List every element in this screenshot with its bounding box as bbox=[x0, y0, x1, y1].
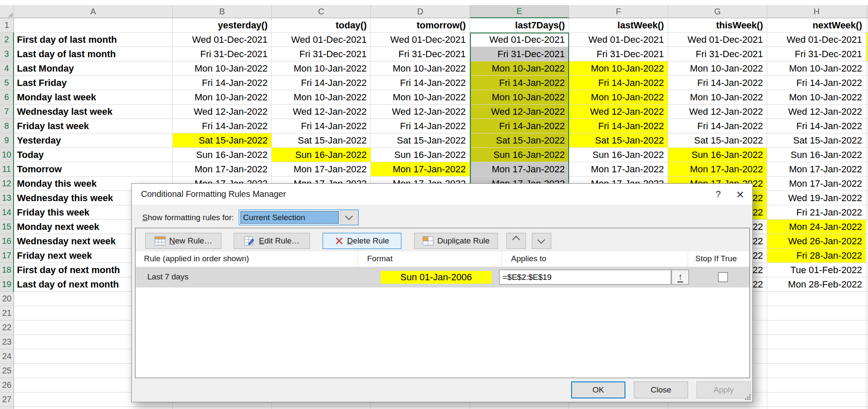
cell-E7[interactable]: Wed 12-Jan-2022 bbox=[470, 105, 569, 119]
cell-D4[interactable]: Mon 10-Jan-2022 bbox=[371, 61, 470, 76]
cell-D5[interactable]: Fri 14-Jan-2022 bbox=[371, 76, 470, 90]
cell-B11[interactable]: Mon 17-Jan-2022 bbox=[173, 162, 272, 177]
cell-H22[interactable] bbox=[767, 321, 866, 335]
row-header-3[interactable]: 3 bbox=[0, 47, 14, 61]
col-header-F[interactable]: F bbox=[569, 5, 668, 18]
cell-E4[interactable]: Mon 10-Jan-2022 bbox=[470, 61, 569, 76]
row-header-12[interactable]: 12 bbox=[0, 177, 14, 191]
row-header-16[interactable]: 16 bbox=[0, 234, 14, 249]
cell-H3[interactable]: Fri 31-Dec-2021 bbox=[767, 47, 866, 61]
cell-H6[interactable]: Mon 10-Jan-2022 bbox=[767, 90, 866, 105]
row-header-28[interactable] bbox=[0, 407, 14, 409]
cell-F8[interactable]: Fri 14-Jan-2022 bbox=[569, 119, 668, 133]
cell-G6[interactable]: Mon 10-Jan-2022 bbox=[668, 90, 767, 105]
row-header-10[interactable]: 10 bbox=[0, 148, 14, 162]
cell-G1[interactable]: thisWeek() bbox=[668, 18, 767, 33]
cell-G11[interactable]: Mon 17-Jan-2022 bbox=[668, 162, 767, 177]
cell-H23[interactable] bbox=[767, 335, 866, 349]
cell-A2[interactable]: First day of last month bbox=[14, 33, 173, 47]
cell-D2[interactable]: Wed 01-Dec-2021 bbox=[371, 33, 470, 47]
col-header-H[interactable]: H bbox=[767, 5, 866, 18]
cell-E3[interactable]: Fri 31-Dec-2021 bbox=[470, 47, 569, 61]
cell-H4[interactable]: Mon 10-Jan-2022 bbox=[767, 61, 866, 76]
cell-F2[interactable]: Wed 01-Dec-2021 bbox=[569, 33, 668, 47]
row-header-14[interactable]: 14 bbox=[0, 205, 14, 220]
cell-H11[interactable]: Mon 17-Jan-2022 bbox=[767, 162, 866, 177]
cell-G3[interactable]: Fri 31-Dec-2021 bbox=[668, 47, 767, 61]
cell-H13[interactable]: Wed 19-Jan-2022 bbox=[767, 191, 866, 205]
cell-D3[interactable]: Fri 31-Dec-2021 bbox=[371, 47, 470, 61]
cell-H5[interactable]: Fri 14-Jan-2022 bbox=[767, 76, 866, 90]
cell-B6[interactable]: Mon 10-Jan-2022 bbox=[173, 90, 272, 105]
edit-rule-button[interactable]: Edit Rule… bbox=[234, 233, 310, 249]
scope-combobox-dropdown-button[interactable] bbox=[340, 210, 358, 225]
cell-F5[interactable]: Fri 14-Jan-2022 bbox=[569, 76, 668, 90]
cell-E2[interactable]: Wed 01-Dec-2021 bbox=[470, 33, 569, 47]
help-icon[interactable]: ? bbox=[708, 187, 728, 202]
cell-F1[interactable]: lastWeek() bbox=[569, 18, 668, 33]
cell-H19[interactable]: Mon 28-Feb-2022 bbox=[767, 277, 866, 292]
cell-C10[interactable]: Sun 16-Jan-2022 bbox=[272, 148, 371, 162]
cell-H14[interactable]: Fri 21-Jan-2022 bbox=[767, 205, 866, 220]
cell-F11[interactable]: Mon 17-Jan-2022 bbox=[569, 162, 668, 177]
cell-C5[interactable]: Fri 14-Jan-2022 bbox=[272, 76, 371, 90]
cell-A7[interactable]: Wednesday last week bbox=[14, 105, 173, 119]
col-header-D[interactable]: D bbox=[371, 5, 470, 18]
cell-G10[interactable]: Sun 16-Jan-2022 bbox=[668, 148, 767, 162]
row-header-6[interactable]: 6 bbox=[0, 90, 14, 105]
cell-H1[interactable]: nextWeek() bbox=[767, 18, 866, 33]
row-header-11[interactable]: 11 bbox=[0, 162, 14, 177]
cell-D10[interactable]: Sun 16-Jan-2022 bbox=[371, 148, 470, 162]
cell-H17[interactable]: Fri 28-Jan-2022 bbox=[767, 249, 866, 263]
cell-F10[interactable]: Sun 16-Jan-2022 bbox=[569, 148, 668, 162]
cell-D28[interactable] bbox=[371, 407, 470, 409]
cell-E9[interactable]: Sat 15-Jan-2022 bbox=[470, 133, 569, 148]
cell-H21[interactable] bbox=[767, 306, 866, 321]
cell-E28[interactable] bbox=[470, 407, 569, 409]
cell-H9[interactable]: Sat 15-Jan-2022 bbox=[767, 133, 866, 148]
cell-G2[interactable]: Wed 01-Dec-2021 bbox=[668, 33, 767, 47]
cell-C7[interactable]: Wed 12-Jan-2022 bbox=[272, 105, 371, 119]
cell-F7[interactable]: Wed 12-Jan-2022 bbox=[569, 105, 668, 119]
cell-F28[interactable] bbox=[569, 407, 668, 409]
cell-B2[interactable]: Wed 01-Dec-2021 bbox=[173, 33, 272, 47]
cell-H16[interactable]: Wed 26-Jan-2022 bbox=[767, 234, 866, 249]
close-icon[interactable]: × bbox=[730, 187, 750, 202]
cell-A9[interactable]: Yesterday bbox=[14, 133, 173, 148]
cell-H26[interactable] bbox=[767, 378, 866, 392]
cell-D6[interactable]: Mon 10-Jan-2022 bbox=[371, 90, 470, 105]
row-header-21[interactable]: 21 bbox=[0, 306, 14, 321]
cell-D9[interactable]: Sat 15-Jan-2022 bbox=[371, 133, 470, 148]
row-header-25[interactable]: 25 bbox=[0, 364, 14, 378]
row-header-1[interactable]: 1 bbox=[0, 18, 14, 33]
row-header-27[interactable]: 27 bbox=[0, 392, 14, 407]
row-header-17[interactable]: 17 bbox=[0, 249, 14, 263]
cell-B8[interactable]: Fri 14-Jan-2022 bbox=[173, 119, 272, 133]
cell-H7[interactable]: Wed 12-Jan-2022 bbox=[767, 105, 866, 119]
col-header-A[interactable]: A bbox=[14, 5, 173, 18]
cell-H10[interactable]: Sun 16-Jan-2022 bbox=[767, 148, 866, 162]
row-header-24[interactable]: 24 bbox=[0, 349, 14, 364]
row-header-18[interactable]: 18 bbox=[0, 263, 14, 277]
cell-C4[interactable]: Mon 10-Jan-2022 bbox=[272, 61, 371, 76]
row-header-2[interactable]: 2 bbox=[0, 33, 14, 47]
cell-G5[interactable]: Fri 14-Jan-2022 bbox=[668, 76, 767, 90]
stop-if-true-checkbox[interactable] bbox=[718, 272, 728, 282]
cell-D7[interactable]: Wed 12-Jan-2022 bbox=[371, 105, 470, 119]
cell-C9[interactable]: Sat 15-Jan-2022 bbox=[272, 133, 371, 148]
close-button[interactable]: Close bbox=[634, 381, 688, 398]
cell-G28[interactable] bbox=[668, 407, 767, 409]
cell-G9[interactable]: Sat 15-Jan-2022 bbox=[668, 133, 767, 148]
move-rule-up-button[interactable] bbox=[506, 233, 526, 249]
cell-D11[interactable]: Mon 17-Jan-2022 bbox=[371, 162, 470, 177]
cell-E6[interactable]: Mon 10-Jan-2022 bbox=[470, 90, 569, 105]
cell-E11[interactable]: Mon 17-Jan-2022 bbox=[470, 162, 569, 177]
cell-A4[interactable]: Last Monday bbox=[14, 61, 173, 76]
cell-A5[interactable]: Last Friday bbox=[14, 76, 173, 90]
cell-A8[interactable]: Friday last week bbox=[14, 119, 173, 133]
cell-B9[interactable]: Sat 15-Jan-2022 bbox=[173, 133, 272, 148]
select-all-corner[interactable] bbox=[0, 5, 14, 18]
cell-H15[interactable]: Mon 24-Jan-2022 bbox=[767, 220, 866, 234]
row-header-5[interactable]: 5 bbox=[0, 76, 14, 90]
cell-C11[interactable]: Mon 17-Jan-2022 bbox=[272, 162, 371, 177]
